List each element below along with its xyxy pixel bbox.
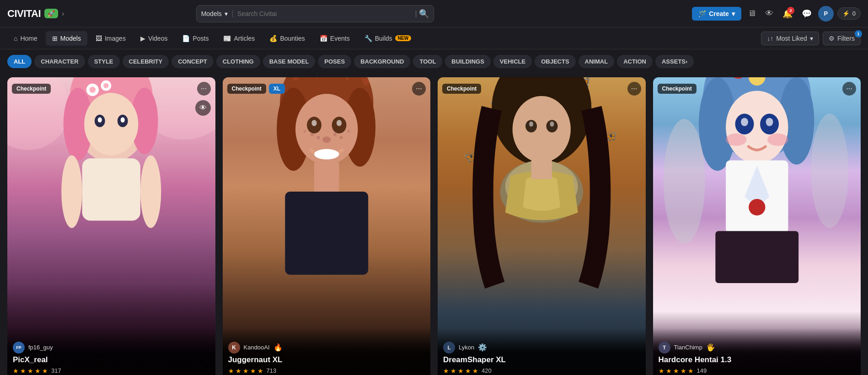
svg-point-31 (311, 120, 316, 126)
filter-tab-concept[interactable]: CONCEPT (171, 55, 214, 68)
card-3-author: L Lykon ⚙️ (443, 342, 640, 354)
svg-point-27 (303, 130, 305, 132)
filter-tab-style[interactable]: STYLE (88, 55, 120, 68)
secnav-bounties[interactable]: 💰 Bounties (263, 31, 311, 46)
images-icon: 🖼 (96, 35, 102, 42)
svg-point-25 (333, 133, 337, 136)
chevron-down-icon: ▾ (732, 10, 735, 17)
nav-arrow: › (62, 10, 64, 18)
create-label: Create (709, 10, 729, 17)
filter-tab-all[interactable]: ALL (7, 55, 32, 68)
fp-label: FP (16, 345, 21, 350)
sort-icon: ↓↑ (767, 35, 773, 42)
model-card-4[interactable]: Checkpoint ··· T TianChimp 🖐 Hardcore He… (653, 77, 861, 375)
filter-tab-character[interactable]: CHARACTER (34, 55, 85, 68)
create-button[interactable]: 🪄 Create ▾ (692, 7, 741, 21)
svg-point-64 (766, 118, 773, 126)
svg-point-24 (316, 136, 320, 139)
star-4: ★ (35, 367, 41, 375)
svg-point-10 (121, 117, 125, 122)
secnav-builds[interactable]: 🔧 Builds NEW (358, 31, 418, 46)
model-card-3[interactable]: 🦋 🦋 🦋 🦋 (438, 77, 646, 375)
card-3-badges: Checkpoint ··· (442, 82, 641, 96)
svg-point-6 (84, 93, 138, 155)
svg-point-16 (61, 155, 82, 228)
filter-tab-objects[interactable]: OBJECTS (535, 55, 575, 68)
filter-tab-action[interactable]: ACTION (617, 55, 653, 68)
svg-point-23 (311, 133, 314, 136)
svg-rect-66 (715, 231, 798, 283)
chat-icon-button[interactable]: 💬 (799, 6, 814, 21)
card-2-menu-button[interactable]: ··· (412, 82, 426, 96)
author-badge-2: 🔥 (273, 343, 283, 352)
secnav-home[interactable]: ⌂ Home (7, 31, 44, 46)
secnav-posts-label: Posts (193, 35, 209, 42)
card-4-author: T TianChimp 🖐 (659, 342, 856, 354)
svg-point-68 (663, 119, 705, 244)
author-name-4: TianChimp (674, 344, 702, 351)
filter-tab-clothing[interactable]: CLOTHING (216, 55, 260, 68)
svg-rect-15 (82, 158, 140, 220)
card-2-info: K KandooAI 🔥 Juggernaut XL ★ ★ ★ ★ ★ 713… (223, 328, 431, 375)
filter-tab-vehicle[interactable]: VEHICLE (493, 55, 532, 68)
articles-icon: 📰 (223, 35, 231, 42)
filter-tab-tool[interactable]: TOOL (413, 55, 442, 68)
card-2-rating: ★ ★ ★ ★ ★ 713 (228, 367, 425, 375)
filter-icon: ⚙ (829, 35, 835, 42)
builds-icon: 🔧 (364, 35, 372, 42)
checkpoint-badge-3: Checkpoint (442, 84, 481, 94)
search-dropdown[interactable]: Models ▾ (201, 10, 233, 17)
sort-button[interactable]: ↓↑ Most Liked ▾ (761, 32, 819, 45)
filter-tab-buildings[interactable]: BUILDINGS (445, 55, 491, 68)
search-divider: | (413, 10, 419, 18)
svg-rect-35 (314, 162, 339, 193)
secnav-images[interactable]: 🖼 Images (89, 31, 132, 46)
secnav-bounties-label: Bounties (280, 35, 305, 42)
card-2-author: K KandooAI 🔥 (228, 342, 425, 354)
filter-tab-celebrity[interactable]: CELEBRITY (123, 55, 169, 68)
card-1-eye-button[interactable]: 👁 (195, 100, 211, 116)
model-card-1[interactable]: Checkpoint ··· 👁 FP fp16_guy PicX_real ★… (7, 77, 215, 375)
filter-tab-background[interactable]: BACKGROUND (354, 55, 410, 68)
card-4-menu-button[interactable]: ··· (842, 82, 856, 96)
eye-icon-button[interactable]: 👁 (762, 6, 776, 21)
screen-icon-button[interactable]: 🖥 (745, 6, 759, 21)
topnav-right: 🪄 Create ▾ 🖥 👁 🔔 3 💬 P ⚡ 0 (692, 6, 861, 21)
notification-bell-button[interactable]: 🔔 3 (780, 6, 795, 21)
card-title-3: DreamShaper XL (443, 355, 640, 364)
search-button[interactable]: 🔍 (419, 9, 429, 19)
checkpoint-badge: Checkpoint (12, 84, 51, 94)
card-1-menu-button[interactable]: ··· (197, 82, 211, 96)
filters-button[interactable]: ⚙ Filters 1 (823, 32, 861, 45)
author-avatar-1: FP (13, 342, 25, 354)
svg-point-9 (98, 117, 102, 122)
star-3: ★ (27, 367, 33, 375)
filter-count-badge: 1 (855, 30, 862, 38)
secnav-events[interactable]: 📅 Events (313, 31, 356, 46)
search-input[interactable] (233, 10, 413, 17)
wand-icon: 🪄 (698, 10, 706, 17)
grid-icon: ⊞ (52, 35, 58, 42)
filter-tab-animal[interactable]: ANIMAL (579, 55, 615, 68)
author-name-2: KandooAI (244, 344, 270, 351)
model-card-2[interactable]: Checkpoint XL ··· K KandooAI 🔥 Juggernau… (223, 77, 431, 375)
svg-rect-36 (285, 192, 368, 275)
filter-tab-poses[interactable]: POSES (318, 55, 351, 68)
secnav-videos[interactable]: ▶ Videos (134, 31, 174, 46)
card-1-info: FP fp16_guy PicX_real ★ ★ ★ ★ ★ 317 ⬇54K… (7, 328, 215, 375)
secnav-articles[interactable]: 📰 Articles (217, 31, 261, 46)
filter-tab-assets[interactable]: ASSETS› (655, 55, 694, 68)
rating-count-3: 420 (482, 367, 492, 374)
secnav-models[interactable]: ⊞ Models (46, 31, 87, 46)
card-3-menu-button[interactable]: ··· (627, 82, 641, 96)
checkpoint-badge-4: Checkpoint (658, 84, 697, 94)
secnav-posts[interactable]: 📄 Posts (176, 31, 215, 46)
card-1-author: FP fp16_guy (13, 342, 210, 354)
card-3-info: L Lykon ⚙️ DreamShaper XL ★ ★ ★ ★ ★ 420 … (438, 328, 646, 375)
filter-label: Filters (837, 35, 855, 42)
filter-tab-base-model[interactable]: BASE MODEL (263, 55, 316, 68)
energy-count: 0 (852, 10, 856, 17)
chevron-down-icon: ▾ (810, 35, 813, 42)
user-avatar-button[interactable]: P (818, 6, 834, 21)
card-title-2: Juggernaut XL (228, 355, 425, 364)
